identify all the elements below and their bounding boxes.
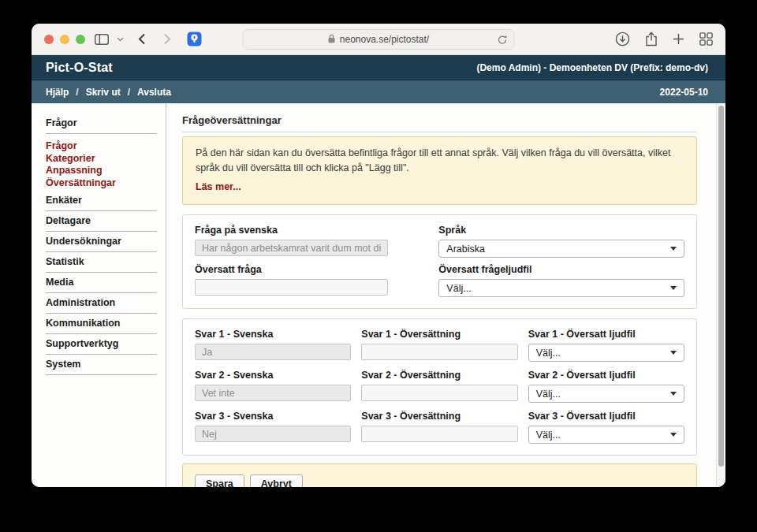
language-label: Språk [438,225,684,236]
cancel-button[interactable]: Avbryt [250,474,303,487]
answer3-audio-select[interactable]: Välj... [528,426,684,444]
answer3-translation-input[interactable] [361,426,517,442]
share-icon[interactable] [645,32,658,47]
window-controls [44,35,85,44]
sidebar-item-kategorier[interactable]: Kategorier [46,153,166,165]
sidebar-item-anpassning[interactable]: Anpassning [46,165,166,177]
sidebar-item-fragor[interactable]: Frågor [46,140,166,152]
answer3-swedish-field: Svar 3 - Svenska [195,411,351,444]
answer1-audio-select-value: Välj... [536,348,561,359]
page-title: Frågeöversättningar [182,114,697,132]
translated-question-input[interactable] [195,279,388,296]
answer1-swedish-input [195,344,351,360]
question-form: Fråga på svenska Språk Arabiska Översatt… [182,214,697,309]
nav-link-logout[interactable]: Avsluta [137,87,171,98]
app-nav-bar: Hjälp / Skriv ut / Avsluta 2022-05-10 [32,80,725,103]
swedish-question-input [195,240,388,256]
answer2-audio-select-value: Välj... [536,389,561,400]
current-date: 2022-05-10 [660,87,708,98]
answer1-audio-field: Svar 1 - Översatt ljudfil Välj... [528,329,684,362]
question-audio-field: Översatt frågeljudfil Välj... [438,264,684,297]
answer2-audio-field: Svar 2 - Översatt ljudfil Välj... [528,370,684,403]
question-audio-select[interactable]: Välj... [438,279,684,297]
chevron-down-icon [670,392,677,396]
sidebar-section-enkater[interactable]: Enkäter [46,191,157,211]
sidebar-section-statistik[interactable]: Statistik [46,252,157,273]
sidebar-section-fragor[interactable]: Frågor [46,113,157,134]
sidebar-section-media[interactable]: Media [46,273,157,293]
question-audio-select-value: Välj... [446,283,471,294]
answer3-swedish-input [195,426,351,442]
scrollbar-thumb[interactable] [718,106,724,467]
nav-separator: / [128,87,130,98]
info-box: På den här sidan kan du översätta befint… [182,136,697,205]
answers-form: Svar 1 - Svenska Svar 1 - Översättning S… [182,318,697,456]
minimize-window-button[interactable] [60,35,69,44]
answer-row: Svar 2 - Svenska Svar 2 - Översättning S… [195,370,684,403]
chevron-down-icon [670,286,677,290]
swedish-question-label: Fråga på svenska [195,225,388,236]
answer2-translation-input[interactable] [361,385,517,401]
chevron-down-icon[interactable] [117,37,124,42]
back-icon[interactable] [138,33,146,45]
tab-overview-icon[interactable] [699,32,713,46]
read-more-link[interactable]: Läs mer... [196,180,241,195]
chevron-down-icon [670,351,677,355]
answer1-translation-label: Svar 1 - Översättning [361,329,517,340]
sidebar-section-kommunikation[interactable]: Kommunikation [46,314,157,334]
vertical-scrollbar[interactable] [716,103,725,487]
answer3-audio-select-value: Välj... [536,430,561,441]
nav-separator: / [76,87,78,98]
action-bar: Spara Avbryt [182,463,697,487]
language-select-value: Arabiska [446,244,485,255]
save-button[interactable]: Spara [195,474,244,487]
info-text: På den här sidan kan du översätta befint… [196,146,684,176]
sidebar-section-deltagare[interactable]: Deltagare [46,211,157,232]
app-header: Pict-O-Stat (Demo Admin) - Demoenheten D… [32,55,725,80]
sidebar: Frågor Frågor Kategorier Anpassning Över… [32,103,166,487]
sidebar-item-oversattningar[interactable]: Översättningar [46,177,166,189]
nav-link-help[interactable]: Hjälp [46,87,69,98]
language-select[interactable]: Arabiska [438,240,684,258]
url-text: neonova.se/pictostat/ [340,34,429,45]
sidebar-section-undersokningar[interactable]: Undersökningar [46,232,157,252]
sidebar-subsection-fragor: Frågor Kategorier Anpassning Översättnin… [46,140,166,188]
answer1-audio-select[interactable]: Välj... [528,344,684,362]
browser-toolbar: neonova.se/pictostat/ [32,24,725,55]
forward-icon[interactable] [163,33,171,45]
account-info: (Demo Admin) - Demoenheten DV (Prefix: d… [476,62,708,73]
password-manager-shield-icon[interactable] [187,32,202,47]
chevron-down-icon [670,247,677,251]
sidebar-section-administration[interactable]: Administration [46,293,157,314]
answer1-audio-label: Svar 1 - Översatt ljudfil [528,329,684,340]
chevron-down-icon [670,433,677,437]
answer-row: Svar 1 - Svenska Svar 1 - Översättning S… [195,329,684,362]
main-panel: Frågeöversättningar På den här sidan kan… [166,103,725,487]
downloads-icon[interactable] [615,32,630,47]
close-window-button[interactable] [44,35,54,44]
url-field[interactable]: neonova.se/pictostat/ [243,29,515,50]
page-content: Frågor Frågor Kategorier Anpassning Över… [32,103,725,487]
sidebar-toggle-icon[interactable] [95,34,109,45]
lock-icon [328,34,336,46]
translated-question-label: Översatt fråga [195,264,388,275]
answer2-translation-label: Svar 2 - Översättning [361,370,517,381]
zoom-window-button[interactable] [76,35,85,44]
nav-link-print[interactable]: Skriv ut [86,87,121,98]
translated-question-field: Översatt fråga [195,264,388,297]
sidebar-section-supportverktyg[interactable]: Supportverktyg [46,334,157,355]
answer2-translation-field: Svar 2 - Översättning [361,370,517,403]
answer2-swedish-label: Svar 2 - Svenska [195,370,351,381]
answer3-swedish-label: Svar 3 - Svenska [195,411,351,422]
browser-window: neonova.se/pictostat/ Pict-O-Stat (Demo … [32,24,725,487]
answer3-audio-label: Svar 3 - Översatt ljudfil [528,411,684,422]
sidebar-section-system[interactable]: System [46,355,157,375]
answer3-audio-field: Svar 3 - Översatt ljudfil Välj... [528,411,684,444]
answer2-swedish-field: Svar 2 - Svenska [195,370,351,403]
reload-icon[interactable] [498,35,508,47]
answer2-audio-select[interactable]: Välj... [528,385,684,403]
question-audio-label: Översatt frågeljudfil [438,264,684,275]
new-tab-icon[interactable] [673,33,684,45]
answer1-translation-input[interactable] [361,344,517,360]
answer1-swedish-field: Svar 1 - Svenska [195,329,351,362]
